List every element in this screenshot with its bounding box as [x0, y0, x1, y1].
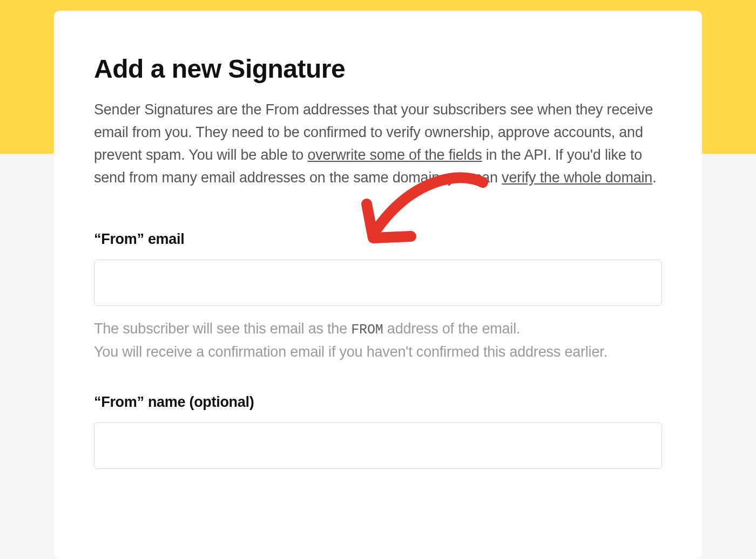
help-text-line2: You will receive a confirmation email if… — [94, 344, 608, 360]
description-text-3: . — [652, 169, 656, 186]
help-text-mono: FROM — [351, 322, 383, 338]
help-text-post: address of the email. — [383, 321, 521, 337]
from-name-field-group: “From” name (optional) — [94, 394, 662, 469]
from-email-field-group: “From” email The subscriber will see thi… — [94, 231, 662, 364]
from-name-input[interactable] — [94, 422, 662, 469]
verify-domain-link[interactable]: verify the whole domain — [502, 169, 652, 186]
signature-form-card: Add a new Signature Sender Signatures ar… — [54, 11, 702, 559]
from-email-input[interactable] — [94, 260, 662, 306]
from-email-label: “From” email — [94, 231, 662, 248]
page-title: Add a new Signature — [94, 54, 662, 84]
page-description: Sender Signatures are the From addresses… — [94, 99, 662, 189]
help-text-pre: The subscriber will see this email as th… — [94, 321, 351, 337]
from-email-help: The subscriber will see this email as th… — [94, 318, 662, 364]
overwrite-fields-link[interactable]: overwrite some of the fields — [307, 147, 482, 163]
from-name-label: “From” name (optional) — [94, 394, 662, 411]
